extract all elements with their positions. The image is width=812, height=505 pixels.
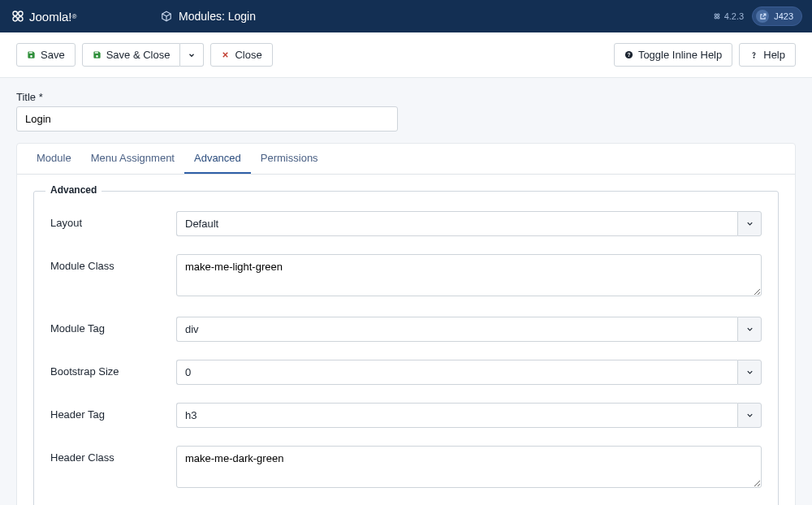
bootstrap-size-select[interactable]: 0 bbox=[176, 360, 762, 385]
header-class-input[interactable] bbox=[176, 446, 762, 488]
title-input[interactable] bbox=[16, 106, 398, 132]
save-close-dropdown[interactable] bbox=[180, 43, 204, 67]
header-tag-select[interactable]: h3 bbox=[176, 403, 762, 428]
chevron-down-icon bbox=[737, 211, 762, 236]
toggle-inline-help-button[interactable]: ? Toggle Inline Help bbox=[614, 43, 732, 67]
page-title-wrap: Modules: Login bbox=[148, 10, 713, 23]
toolbar-right: ? Toggle Inline Help Help bbox=[614, 43, 796, 67]
svg-point-10 bbox=[754, 57, 754, 58]
panel: Module Menu Assignment Advanced Permissi… bbox=[16, 143, 796, 505]
field-row-module-class: Module Class bbox=[50, 254, 762, 299]
user-badge[interactable]: J423 bbox=[752, 6, 802, 26]
fieldset-wrap: Advanced Layout Default Module Class bbox=[17, 175, 795, 505]
tab-menu-assignment[interactable]: Menu Assignment bbox=[81, 144, 184, 174]
field-row-header-class: Header Class bbox=[50, 446, 762, 490]
module-tag-select[interactable]: div bbox=[176, 317, 762, 342]
question-circle-icon: ? bbox=[624, 50, 633, 59]
brand[interactable]: Joomla! ® bbox=[0, 0, 148, 32]
chevron-down-icon bbox=[737, 317, 762, 342]
title-label: Title * bbox=[16, 91, 796, 103]
external-link-icon bbox=[756, 10, 769, 23]
app-header: Joomla! ® Modules: Login 4.2.3 J423 bbox=[0, 0, 812, 32]
version-indicator[interactable]: 4.2.3 bbox=[713, 11, 744, 21]
title-block: Title * bbox=[16, 91, 796, 132]
field-row-header-tag: Header Tag h3 bbox=[50, 403, 762, 428]
close-icon bbox=[221, 50, 230, 59]
field-row-bootstrap-size: Bootstrap Size 0 bbox=[50, 360, 762, 385]
help-button[interactable]: Help bbox=[739, 43, 796, 67]
cube-icon bbox=[161, 11, 172, 22]
svg-point-3 bbox=[19, 17, 23, 21]
module-tag-label: Module Tag bbox=[50, 317, 176, 342]
joomla-mini-icon bbox=[713, 12, 721, 20]
svg-point-0 bbox=[13, 11, 17, 15]
bootstrap-size-label: Bootstrap Size bbox=[50, 360, 176, 385]
header-tag-label: Header Tag bbox=[50, 403, 176, 428]
question-icon bbox=[749, 50, 758, 59]
save-button[interactable]: Save bbox=[16, 43, 76, 67]
tab-advanced[interactable]: Advanced bbox=[184, 144, 251, 174]
advanced-fieldset: Advanced Layout Default Module Class bbox=[33, 191, 779, 505]
chevron-down-icon bbox=[737, 360, 762, 385]
chevron-down-icon bbox=[737, 403, 762, 428]
toolbar: Save Save & Close Close ? Toggle Inline … bbox=[0, 32, 812, 78]
brand-text: Joomla! bbox=[29, 10, 72, 24]
field-row-layout: Layout Default bbox=[50, 211, 762, 236]
save-icon bbox=[27, 50, 36, 59]
field-row-module-tag: Module Tag div bbox=[50, 317, 762, 342]
svg-text:?: ? bbox=[627, 52, 630, 58]
module-class-label: Module Class bbox=[50, 254, 176, 299]
save-close-group: Save & Close bbox=[82, 43, 205, 67]
header-class-label: Header Class bbox=[50, 446, 176, 490]
close-button[interactable]: Close bbox=[210, 43, 272, 67]
save-close-button[interactable]: Save & Close bbox=[82, 43, 181, 67]
content-area: Title * Module Menu Assignment Advanced … bbox=[0, 78, 812, 505]
fieldset-legend: Advanced bbox=[45, 184, 102, 196]
tab-module[interactable]: Module bbox=[27, 144, 81, 174]
tabs: Module Menu Assignment Advanced Permissi… bbox=[17, 144, 795, 175]
joomla-logo-icon bbox=[11, 10, 24, 23]
header-right: 4.2.3 J423 bbox=[713, 6, 812, 26]
tab-permissions[interactable]: Permissions bbox=[251, 144, 328, 174]
svg-point-5 bbox=[717, 14, 719, 16]
svg-point-1 bbox=[19, 11, 23, 15]
svg-point-7 bbox=[717, 16, 719, 19]
chevron-down-icon bbox=[188, 51, 196, 59]
module-class-input[interactable] bbox=[176, 254, 762, 296]
svg-point-6 bbox=[715, 16, 717, 19]
page-title: Modules: Login bbox=[179, 10, 256, 23]
svg-point-2 bbox=[13, 17, 17, 21]
layout-label: Layout bbox=[50, 211, 176, 236]
save-icon bbox=[93, 50, 102, 59]
layout-select[interactable]: Default bbox=[176, 211, 762, 236]
svg-point-4 bbox=[715, 14, 717, 16]
